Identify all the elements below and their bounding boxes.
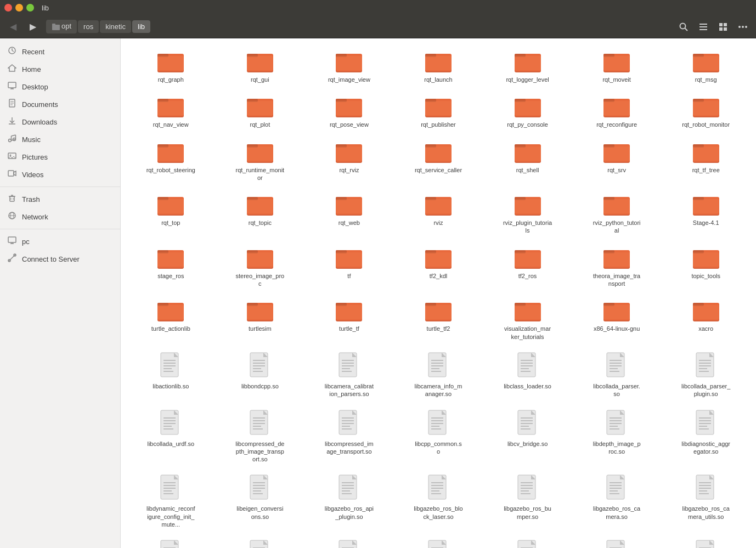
folder-item[interactable]: rqt_runtime_monitor [217, 135, 304, 187]
sidebar-item-pc[interactable]: pc [0, 233, 120, 250]
folder-item[interactable]: rqt_top [127, 188, 215, 239]
folder-item[interactable]: rqt_graph [127, 45, 215, 88]
folder-item[interactable]: tf2_kdl [395, 241, 482, 292]
folder-item[interactable]: rqt_launch [395, 45, 482, 88]
folder-item[interactable]: rqt_moveit [573, 45, 661, 88]
file-item[interactable]: libgazebo_ros_depth_camera.so [127, 535, 215, 548]
file-item[interactable]: libdynamic_reconfigure_config_init_mute.… [127, 470, 215, 533]
folder-item[interactable]: xacro [662, 294, 749, 345]
file-item[interactable]: libgazebo_ros_camera.so [573, 470, 661, 533]
close-button[interactable] [4, 4, 12, 12]
file-item[interactable]: libgazebo_ros_force.so [484, 535, 571, 548]
folder-item[interactable]: rviz [395, 188, 482, 239]
file-item[interactable]: libgazebo_ros_camera_utils.so [662, 470, 749, 533]
sidebar-item-network[interactable]: Network [0, 208, 120, 225]
sidebar-label-desktop: Desktop [22, 83, 48, 91]
folder-item[interactable]: rqt_web [306, 188, 393, 239]
file-item[interactable]: libcollada_urdf.so [127, 405, 215, 468]
file-area[interactable]: rqt_graph rqt_gui rqt_image_view rqt_lau… [121, 38, 756, 548]
folder-item[interactable]: turtle_tf [306, 294, 393, 345]
file-item[interactable]: libgazebo_ros_gpu_laser.so [662, 535, 749, 548]
grid-view-button[interactable] [714, 18, 732, 36]
folder-item[interactable]: rqt_rviz [306, 135, 393, 187]
file-item[interactable]: libgazebo_ros_ft_sensor.so [573, 535, 661, 548]
file-item[interactable]: libclass_loader.so [484, 347, 571, 403]
file-item[interactable]: libgazebo_ros_diff_drive.so [217, 535, 304, 548]
file-item[interactable]: libgazebo_ros_api_plugin.so [306, 470, 393, 533]
folder-item[interactable]: rqt_service_caller [395, 135, 482, 187]
folder-item[interactable]: rqt_tf_tree [662, 135, 749, 187]
folder-item[interactable]: rqt_plot [217, 90, 304, 133]
maximize-button[interactable] [26, 4, 34, 12]
file-item[interactable]: libcompressed_depth_image_transport.so [217, 405, 304, 468]
sidebar-item-downloads[interactable]: Downloads [0, 113, 120, 131]
folder-item[interactable]: rqt_py_console [484, 90, 571, 133]
folder-item[interactable]: visualization_marker_tutorials [484, 294, 571, 345]
sidebar-item-home[interactable]: Home [0, 60, 120, 78]
folder-item[interactable]: rqt_pose_view [306, 90, 393, 133]
folder-item[interactable]: rqt_msg [662, 45, 749, 88]
folder-item[interactable]: rqt_reconfigure [573, 90, 661, 133]
folder-item[interactable]: topic_tools [662, 241, 749, 292]
folder-item[interactable]: rqt_topic [217, 188, 304, 239]
sidebar-item-videos[interactable]: Videos [0, 166, 120, 183]
file-item[interactable]: libgazebo_ros_block_laser.so [395, 470, 482, 533]
file-item[interactable]: libgazebo_ros_elevator.so [306, 535, 393, 548]
folder-item[interactable]: rqt_shell [484, 135, 571, 187]
folder-item[interactable]: stereo_image_proc [217, 241, 304, 292]
list-view-button[interactable] [695, 18, 712, 36]
folder-item[interactable]: turtlesim [217, 294, 304, 345]
folder-item[interactable]: x86_64-linux-gnu [573, 294, 661, 345]
file-item[interactable]: libeigen_conversions.so [217, 470, 304, 533]
file-item[interactable]: libcollada_parser.so [573, 347, 661, 403]
folder-item[interactable]: tf [306, 241, 393, 292]
folder-item[interactable]: rviz_plugin_tutorials [484, 188, 571, 239]
folder-item[interactable]: turtle_tf2 [395, 294, 482, 345]
folder-icon [156, 94, 185, 118]
folder-item[interactable]: rqt_robot_monitor [662, 90, 749, 133]
breadcrumb-lib[interactable]: lib [132, 20, 150, 33]
file-item[interactable]: libcpp_common.so [395, 405, 482, 468]
options-button[interactable] [734, 18, 752, 36]
folder-item[interactable]: rviz_python_tutorial [573, 188, 661, 239]
folder-item[interactable]: rqt_publisher [395, 90, 482, 133]
sidebar-item-documents[interactable]: Documents [0, 95, 120, 113]
back-button[interactable]: ◀ [4, 18, 22, 36]
file-item[interactable]: libbondcpp.so [217, 347, 304, 403]
folder-item[interactable]: rqt_robot_steering [127, 135, 215, 187]
sidebar-item-desktop[interactable]: Desktop [0, 78, 120, 95]
file-item[interactable]: libcamera_calibration_parsers.so [306, 347, 393, 403]
sidebar-item-connect[interactable]: Connect to Server [0, 250, 120, 268]
file-item[interactable]: libcompressed_image_transport.so [306, 405, 393, 468]
folder-item[interactable]: rqt_image_view [306, 45, 393, 88]
breadcrumb-opt[interactable]: opt [46, 20, 77, 33]
minimize-button[interactable] [15, 4, 23, 12]
folder-item[interactable]: rqt_gui [217, 45, 304, 88]
file-item[interactable]: libgazebo_ros_f3d.so [395, 535, 482, 548]
file-item[interactable]: libcv_bridge.so [484, 405, 571, 468]
breadcrumb-kinetic[interactable]: kinetic [100, 20, 131, 33]
folder-item[interactable]: turtle_actionlib [127, 294, 215, 345]
svg-rect-77 [693, 56, 719, 70]
file-item[interactable]: libdepth_image_proc.so [573, 405, 661, 468]
folder-item[interactable]: rqt_logger_level [484, 45, 571, 88]
file-item[interactable]: libdiagnostic_aggregator.so [662, 405, 749, 468]
svg-rect-133 [693, 146, 719, 161]
folder-item[interactable]: rqt_nav_view [127, 90, 215, 133]
sidebar-item-trash[interactable]: Trash [0, 190, 120, 208]
folder-item[interactable]: Stage-4.1 [662, 188, 749, 239]
file-item[interactable]: libcollada_parser_plugin.so [662, 347, 749, 403]
breadcrumb-ros[interactable]: ros [78, 20, 99, 33]
sidebar-item-recent[interactable]: Recent [0, 43, 120, 60]
folder-item[interactable]: tf2_ros [484, 241, 571, 292]
file-item[interactable]: libgazebo_ros_bumper.so [484, 470, 571, 533]
sidebar-item-music[interactable]: Music [0, 131, 120, 148]
sidebar-item-pictures[interactable]: Pictures [0, 148, 120, 166]
search-button[interactable] [675, 18, 692, 36]
file-item[interactable]: libactionlib.so [127, 347, 215, 403]
folder-item[interactable]: theora_image_transport [573, 241, 661, 292]
folder-item[interactable]: rqt_srv [573, 135, 661, 187]
folder-item[interactable]: stage_ros [127, 241, 215, 292]
file-item[interactable]: libcamera_info_manager.so [395, 347, 482, 403]
forward-button[interactable]: ▶ [24, 18, 42, 36]
